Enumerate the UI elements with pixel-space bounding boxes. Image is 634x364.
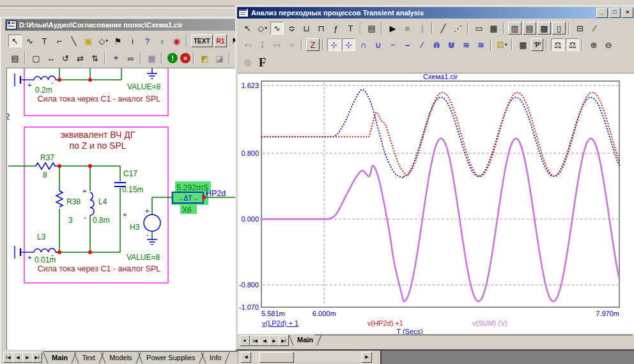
- info-mode-icon[interactable]: i: [126, 34, 139, 47]
- bring-to-front-icon[interactable]: ◩: [198, 52, 212, 64]
- inflection-icon[interactable]: ∕: [415, 38, 429, 51]
- horizontal-tag-mode-icon[interactable]: ⊔: [300, 22, 313, 34]
- top-icon[interactable]: ≋: [474, 38, 488, 51]
- cursor-mode-icon[interactable]: ≎: [285, 22, 298, 34]
- go-to-branch-icon[interactable]: ⚄▾: [495, 38, 509, 51]
- text-mode-icon[interactable]: T: [344, 22, 357, 34]
- source-h3[interactable]: [144, 215, 160, 231]
- wire-net[interactable]: [56, 166, 120, 252]
- select-tool-icon[interactable]: ↖: [241, 22, 254, 34]
- peak-icon[interactable]: ∩: [357, 38, 370, 51]
- flip-horizontal-icon[interactable]: ⇄: [73, 52, 87, 64]
- cursor-select-icon[interactable]: ↧: [256, 38, 269, 51]
- search-icon[interactable]: ∞: [124, 52, 137, 64]
- cursor-right-icon[interactable]: ↦: [270, 38, 284, 51]
- tab-main[interactable]: Main: [46, 353, 73, 363]
- tab-text[interactable]: Text: [77, 353, 101, 363]
- text-mode-icon[interactable]: T: [38, 34, 51, 47]
- tab-power-supplies[interactable]: Power Supplies: [141, 353, 201, 363]
- browse-web-icon[interactable]: ♁: [155, 34, 169, 47]
- graphics-list-icon[interactable]: ◇▾: [256, 22, 269, 34]
- inductor-l4[interactable]: [90, 192, 94, 215]
- tab-first-button[interactable]: I◀: [3, 352, 13, 363]
- hscroll-right-button[interactable]: ▶: [362, 352, 372, 363]
- run-icon[interactable]: ▶: [386, 22, 399, 34]
- legend-v(SUM) (V)[interactable]: v(SUM) (V): [472, 319, 507, 327]
- minimize-button[interactable]: _: [596, 8, 608, 18]
- x-range-icon[interactable]: ⚖: [551, 38, 564, 51]
- tab-main-analysis[interactable]: Main: [291, 335, 319, 345]
- tab-last-button[interactable]: ▶I: [279, 335, 289, 346]
- properties-icon[interactable]: ▤: [365, 22, 378, 34]
- pause-icon[interactable]: ∥: [415, 22, 429, 34]
- formula-f-icon[interactable]: F: [256, 56, 269, 69]
- tab-info[interactable]: Info: [204, 353, 227, 363]
- transient-plot[interactable]: Схема1.cir1.6230.8000.000-0.800-1.0705.5…: [238, 73, 634, 334]
- next-data-point-icon[interactable]: ⊹: [327, 38, 341, 51]
- valley-icon[interactable]: ∪: [371, 38, 385, 51]
- tab-first-button[interactable]: I◀: [250, 335, 260, 346]
- tab-next-button[interactable]: ▶: [22, 352, 33, 363]
- global-high-icon[interactable]: ⋒: [430, 38, 444, 51]
- graphics-list-dropdown[interactable]: ▾: [265, 26, 267, 31]
- horizontal-panels-icon[interactable]: ⊟: [573, 22, 587, 34]
- find-part-icon[interactable]: ⌖: [109, 52, 123, 64]
- tab-prev-button[interactable]: ◀: [13, 352, 23, 363]
- resistor-r38[interactable]: [56, 191, 63, 207]
- properties-icon[interactable]: ▤: [8, 52, 22, 64]
- help-mode-icon[interactable]: ?: [141, 34, 154, 47]
- plot-pages-dropdown[interactable]: ▼: [240, 335, 250, 346]
- select-tool-icon[interactable]: ↖: [8, 34, 22, 47]
- global-low-icon[interactable]: ⋓: [445, 38, 458, 51]
- component-list-dropdown[interactable]: ▾: [105, 38, 108, 43]
- align-cursors-icon[interactable]: ≈: [285, 38, 298, 51]
- zoom-in-icon[interactable]: ⊕: [587, 38, 600, 51]
- animate-sphere-icon[interactable]: ◍: [241, 56, 254, 69]
- legend-v(LP2d) + 1[interactable]: v(LP2d) + 1: [262, 319, 298, 327]
- select-box-icon[interactable]: ▢: [29, 52, 43, 64]
- stretch-wires-icon[interactable]: ↔: [44, 52, 58, 64]
- design-info-icon[interactable]: ▦: [145, 52, 158, 64]
- run-check-icon[interactable]: !: [167, 53, 178, 63]
- flag-mode-icon[interactable]: ⚑: [111, 34, 125, 47]
- high-icon[interactable]: ⌢: [386, 38, 399, 51]
- zoom-out-icon[interactable]: ⊖: [601, 38, 615, 51]
- go-to-performance-icon[interactable]: 'P': [531, 38, 543, 51]
- send-to-back-icon[interactable]: ◪: [213, 52, 226, 64]
- analysis-titlebar[interactable]: Анализ переходных процессов Transient an…: [237, 7, 634, 19]
- hscroll-left-button[interactable]: ◀: [241, 352, 251, 363]
- component-mode-icon[interactable]: ▣: [82, 34, 95, 47]
- plus-marks-icon[interactable]: ▦: [487, 22, 500, 34]
- numeric-output-icon[interactable]: ▦: [516, 38, 530, 51]
- flip-vertical-icon[interactable]: ⇅: [88, 52, 102, 64]
- scale-mode-icon[interactable]: ∿: [270, 22, 284, 34]
- cursor-left-icon[interactable]: ↤: [241, 38, 254, 51]
- close-button[interactable]: ×: [622, 8, 633, 18]
- tab-models[interactable]: Models: [104, 353, 137, 363]
- part-values-toggle-icon[interactable]: R1: [214, 34, 228, 47]
- data-points-icon[interactable]: ╱: [437, 22, 450, 34]
- y-axis-grids-icon[interactable]: ▤: [523, 22, 536, 34]
- hscroll-thumb[interactable]: [259, 352, 294, 363]
- wire-mode-icon[interactable]: ∿: [23, 34, 36, 47]
- go-to-branch-dropdown[interactable]: ▾: [505, 42, 507, 47]
- y-range-icon[interactable]: ⚖: [566, 38, 579, 51]
- x-axis-grids-icon[interactable]: ▥: [508, 22, 522, 34]
- ground-symbol-top[interactable]: [147, 68, 157, 79]
- ortho-wire-mode-icon[interactable]: ⌐: [52, 34, 66, 47]
- bottom-icon[interactable]: ≋: [460, 38, 473, 51]
- ground-symbol-h3[interactable]: [147, 239, 157, 245]
- slope-icon[interactable]: ∕: [588, 22, 601, 34]
- tag-delta-mode-icon[interactable]: ƒ: [329, 22, 343, 34]
- baseline-marks-icon[interactable]: ▯: [552, 22, 566, 34]
- stop-check-icon[interactable]: ×: [180, 53, 190, 63]
- tab-last-button[interactable]: ▶I: [32, 352, 42, 363]
- impedance-plot-icon[interactable]: Z: [306, 38, 320, 51]
- inductor-top[interactable]: [34, 76, 59, 80]
- schematic-titlebar[interactable]: D:\Илья\Аудио\Согласование полос\Схема1.…: [5, 19, 236, 31]
- rotate-icon[interactable]: ↺: [59, 52, 72, 64]
- maximize-button[interactable]: □: [609, 8, 621, 18]
- resistor-r37[interactable]: [36, 163, 59, 169]
- diagonal-wire-mode-icon[interactable]: ╲: [67, 34, 81, 47]
- text-display-toggle-icon[interactable]: TEXT: [191, 34, 213, 47]
